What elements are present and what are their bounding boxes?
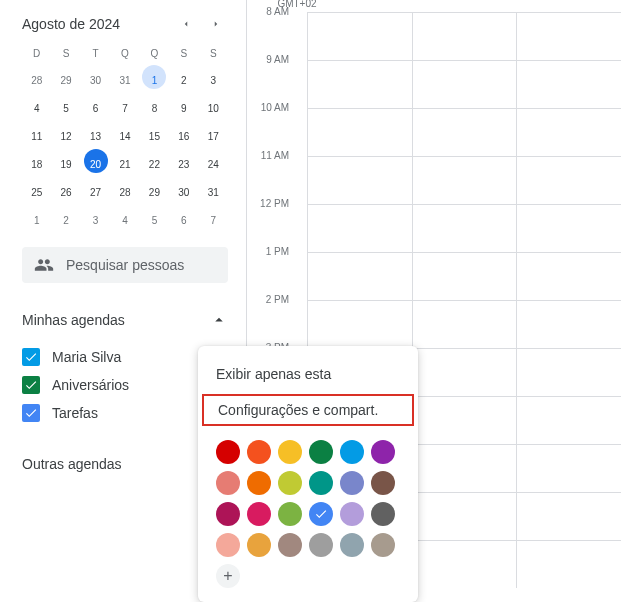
mini-cal-day[interactable]: 4 — [113, 205, 137, 229]
mini-cal-day[interactable]: 7 — [201, 205, 225, 229]
timeline-cell[interactable] — [307, 60, 621, 108]
mini-cal-day[interactable]: 29 — [54, 65, 78, 89]
mini-cal-day[interactable]: 3 — [84, 205, 108, 229]
mini-cal-day[interactable]: 2 — [172, 65, 196, 89]
mini-calendar-grid: DSTQQSS282930311234567891011121314151617… — [22, 44, 228, 231]
show-only-this-option[interactable]: Exibir apenas esta — [198, 356, 418, 392]
mini-cal-day[interactable]: 25 — [25, 177, 49, 201]
color-swatch[interactable] — [309, 440, 333, 464]
calendar-checkbox[interactable] — [22, 376, 40, 394]
color-swatch[interactable] — [371, 502, 395, 526]
timeline-cell[interactable] — [307, 12, 621, 60]
mini-cal-day[interactable]: 23 — [172, 149, 196, 173]
mini-cal-day[interactable]: 13 — [84, 121, 108, 145]
mini-cal-day[interactable]: 5 — [142, 205, 166, 229]
mini-cal-dow: S — [199, 44, 228, 63]
mini-cal-dow: T — [81, 44, 110, 63]
next-month-button[interactable] — [204, 12, 228, 36]
add-custom-color-button[interactable]: + — [216, 564, 240, 588]
mini-cal-day[interactable]: 18 — [25, 149, 49, 173]
hour-label: 10 AM — [261, 102, 289, 113]
color-swatch[interactable] — [309, 471, 333, 495]
mini-cal-day[interactable]: 31 — [113, 65, 137, 89]
color-swatch[interactable] — [247, 533, 271, 557]
mini-cal-day[interactable]: 9 — [172, 93, 196, 117]
mini-cal-day[interactable]: 28 — [25, 65, 49, 89]
mini-cal-day[interactable]: 17 — [201, 121, 225, 145]
color-swatch[interactable] — [309, 533, 333, 557]
mini-cal-day[interactable]: 15 — [142, 121, 166, 145]
mini-cal-day[interactable]: 27 — [84, 177, 108, 201]
color-swatch[interactable] — [216, 471, 240, 495]
mini-cal-day[interactable]: 6 — [172, 205, 196, 229]
color-swatch[interactable] — [340, 471, 364, 495]
mini-cal-dow: Q — [110, 44, 139, 63]
settings-and-share-option[interactable]: Configurações e compart. — [200, 392, 416, 428]
mini-cal-dow: Q — [140, 44, 169, 63]
calendar-checkbox[interactable] — [22, 404, 40, 422]
color-swatch[interactable] — [247, 502, 271, 526]
hour-label: 8 AM — [266, 6, 289, 17]
mini-cal-day[interactable]: 12 — [54, 121, 78, 145]
color-swatch[interactable] — [216, 440, 240, 464]
mini-cal-day[interactable]: 29 — [142, 177, 166, 201]
mini-cal-day[interactable]: 24 — [201, 149, 225, 173]
mini-cal-day[interactable]: 26 — [54, 177, 78, 201]
mini-cal-day[interactable]: 20 — [84, 149, 108, 173]
timeline-cell[interactable] — [307, 300, 621, 348]
timeline-cell[interactable] — [307, 204, 621, 252]
chevron-up-icon — [210, 311, 228, 329]
my-calendars-header[interactable]: Minhas agendas — [22, 307, 228, 333]
color-swatch[interactable] — [278, 502, 302, 526]
mini-cal-day[interactable]: 1 — [25, 205, 49, 229]
mini-cal-day[interactable]: 6 — [84, 93, 108, 117]
timeline-cell[interactable] — [307, 156, 621, 204]
mini-cal-dow: S — [169, 44, 198, 63]
prev-month-button[interactable] — [174, 12, 198, 36]
mini-cal-day[interactable]: 14 — [113, 121, 137, 145]
mini-cal-day[interactable]: 1 — [142, 65, 166, 89]
mini-cal-day[interactable]: 3 — [201, 65, 225, 89]
color-swatch[interactable] — [371, 471, 395, 495]
color-swatch[interactable] — [216, 533, 240, 557]
mini-cal-day[interactable]: 5 — [54, 93, 78, 117]
mini-cal-day[interactable]: 31 — [201, 177, 225, 201]
calendar-checkbox[interactable] — [22, 348, 40, 366]
mini-calendar-title[interactable]: Agosto de 2024 — [22, 16, 120, 32]
hour-label: 11 AM — [261, 150, 289, 161]
timeline-cell[interactable] — [307, 252, 621, 300]
search-people-input[interactable]: Pesquisar pessoas — [22, 247, 228, 283]
color-swatch[interactable] — [278, 533, 302, 557]
calendar-label: Aniversários — [52, 377, 129, 393]
mini-cal-day[interactable]: 2 — [54, 205, 78, 229]
mini-cal-day[interactable]: 8 — [142, 93, 166, 117]
color-swatch[interactable] — [371, 533, 395, 557]
people-icon — [34, 255, 54, 275]
color-swatch[interactable] — [340, 533, 364, 557]
mini-cal-day[interactable]: 10 — [201, 93, 225, 117]
mini-cal-day[interactable]: 21 — [113, 149, 137, 173]
search-placeholder: Pesquisar pessoas — [66, 257, 184, 273]
mini-cal-day[interactable]: 7 — [113, 93, 137, 117]
color-swatch[interactable] — [371, 440, 395, 464]
mini-cal-day[interactable]: 30 — [172, 177, 196, 201]
color-swatch[interactable] — [278, 471, 302, 495]
color-swatch[interactable] — [247, 471, 271, 495]
mini-cal-dow: D — [22, 44, 51, 63]
mini-cal-day[interactable]: 4 — [25, 93, 49, 117]
color-swatch[interactable] — [309, 502, 333, 526]
color-swatch[interactable] — [340, 502, 364, 526]
color-swatch[interactable] — [247, 440, 271, 464]
calendar-label: Maria Silva — [52, 349, 121, 365]
color-swatch[interactable] — [340, 440, 364, 464]
mini-cal-day[interactable]: 16 — [172, 121, 196, 145]
mini-cal-day[interactable]: 11 — [25, 121, 49, 145]
mini-cal-day[interactable]: 19 — [54, 149, 78, 173]
color-swatch[interactable] — [278, 440, 302, 464]
mini-cal-day[interactable]: 22 — [142, 149, 166, 173]
mini-cal-day[interactable]: 28 — [113, 177, 137, 201]
color-swatch[interactable] — [216, 502, 240, 526]
hour-label: 2 PM — [266, 294, 289, 305]
mini-cal-day[interactable]: 30 — [84, 65, 108, 89]
timeline-cell[interactable] — [307, 108, 621, 156]
